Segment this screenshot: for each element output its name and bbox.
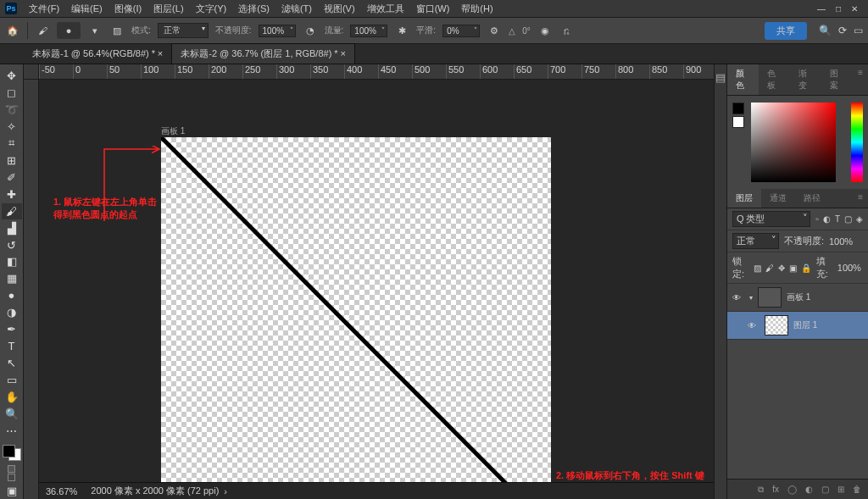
wand-tool[interactable]: ✧: [2, 119, 22, 135]
frame-tool[interactable]: ⊞: [2, 152, 22, 169]
lock-artboard-icon[interactable]: ▣: [789, 263, 797, 273]
canvas-area[interactable]: -500501001502002503003504004505005506006…: [24, 64, 714, 499]
blend-mode-dropdown[interactable]: 正常: [158, 23, 209, 38]
gradient-tool[interactable]: ▦: [2, 270, 22, 286]
chevron-down-icon[interactable]: ▾: [749, 294, 753, 302]
pen-tool[interactable]: ✒: [2, 321, 22, 337]
symmetry-icon[interactable]: ⎌: [559, 23, 575, 38]
history-icon[interactable]: ⟳: [838, 25, 847, 36]
doc-dimensions[interactable]: 2000 像素 x 2000 像素 (72 ppi): [91, 485, 219, 497]
flow-input[interactable]: 100%: [350, 25, 387, 37]
layer-opacity-input[interactable]: 100%: [829, 236, 863, 247]
menu-filter[interactable]: 滤镜(T): [276, 1, 317, 17]
menu-image[interactable]: 图像(I): [109, 1, 147, 17]
filter-smart-icon[interactable]: ◈: [856, 214, 863, 224]
group-icon[interactable]: ▢: [821, 485, 829, 494]
opacity-input[interactable]: 100%: [259, 25, 296, 37]
tab-swatches[interactable]: 色板: [759, 64, 790, 95]
lock-transparent-icon[interactable]: ▨: [754, 263, 761, 273]
share-button[interactable]: 共享: [765, 22, 807, 40]
visibility-icon[interactable]: 👁: [748, 321, 760, 330]
layer-filter-dropdown[interactable]: Q 类型: [732, 211, 810, 227]
panel-menu-icon[interactable]: ≡: [853, 189, 868, 208]
trash-icon[interactable]: 🗑: [853, 485, 861, 494]
close-icon[interactable]: ✕: [851, 4, 858, 14]
maximize-icon[interactable]: □: [836, 4, 841, 14]
crop-tool[interactable]: ⌗: [2, 136, 22, 152]
stamp-tool[interactable]: ▟: [2, 220, 22, 236]
filter-type-icon[interactable]: T: [835, 214, 840, 224]
path-tool[interactable]: ↖: [2, 355, 22, 371]
mask-icon[interactable]: ◯: [787, 485, 797, 494]
home-icon[interactable]: 🏠: [5, 23, 20, 38]
minimize-icon[interactable]: —: [817, 4, 826, 14]
pressure-opacity-icon[interactable]: ◔: [303, 23, 318, 38]
layer-artboard[interactable]: 👁 ▾ 画板 1: [727, 284, 868, 312]
menu-layer[interactable]: 图层(L): [148, 1, 188, 17]
heal-tool[interactable]: ✚: [2, 186, 22, 202]
edit-toolbar[interactable]: ⋯: [2, 423, 22, 439]
shape-tool[interactable]: ▭: [2, 372, 22, 388]
screen-mode[interactable]: ▣: [2, 483, 22, 499]
lock-pixels-icon[interactable]: 🖌: [765, 263, 774, 273]
brush-settings-icon[interactable]: ▾: [87, 23, 103, 38]
hue-slider[interactable]: [851, 103, 863, 182]
menu-edit[interactable]: 编辑(E): [66, 1, 108, 17]
tab-channels[interactable]: 通道: [761, 189, 795, 208]
brush-toggle-icon[interactable]: ▨: [109, 23, 125, 38]
link-icon[interactable]: ⧉: [758, 485, 764, 495]
hand-tool[interactable]: ✋: [2, 389, 22, 405]
visibility-icon[interactable]: 👁: [732, 293, 744, 302]
tab-color[interactable]: 颜色: [727, 64, 759, 95]
workspace-icon[interactable]: ▭: [854, 25, 863, 36]
menu-type[interactable]: 文字(Y): [191, 1, 232, 17]
layer-name[interactable]: 画板 1: [787, 291, 810, 303]
filter-adjust-icon[interactable]: ◐: [823, 214, 831, 224]
adjustment-icon[interactable]: ◐: [805, 485, 813, 494]
tab-layers[interactable]: 图层: [727, 189, 761, 208]
zoom-tool[interactable]: 🔍: [2, 406, 22, 422]
fill-input[interactable]: 100%: [837, 263, 863, 273]
menu-view[interactable]: 视图(V): [319, 1, 360, 17]
smooth-input[interactable]: 0%: [442, 25, 480, 37]
blur-tool[interactable]: ●: [2, 287, 22, 303]
search-icon[interactable]: 🔍: [819, 25, 832, 36]
tab-patterns[interactable]: 图案: [821, 64, 853, 95]
artboard[interactable]: [161, 137, 551, 499]
lock-all-icon[interactable]: 🔒: [801, 263, 811, 273]
tab-gradient[interactable]: 渐变: [790, 64, 821, 95]
angle-value[interactable]: 0°: [522, 26, 531, 36]
menu-help[interactable]: 帮助(H): [456, 1, 498, 17]
color-picker[interactable]: [751, 103, 836, 182]
marquee-tool[interactable]: ◻: [2, 85, 22, 101]
tab-paths[interactable]: 路径: [795, 189, 829, 208]
smooth-settings-icon[interactable]: ⚙: [487, 23, 502, 38]
tab-close-icon[interactable]: ×: [158, 48, 163, 58]
pressure-size-icon[interactable]: ◉: [537, 23, 553, 38]
doc-tab-2[interactable]: 未标题-2 @ 36.7% (图层 1, RGB/8#) * ×: [171, 43, 355, 64]
fg-bg-swatches[interactable]: [732, 103, 744, 128]
doc-tab-1[interactable]: 未标题-1 @ 56.4%(RGB/8#) * ×: [24, 44, 171, 64]
menu-plugins[interactable]: 增效工具: [362, 1, 409, 17]
dodge-tool[interactable]: ◑: [2, 304, 22, 320]
color-swatch[interactable]: [3, 445, 21, 461]
lasso-tool[interactable]: ➰: [2, 102, 22, 118]
artboard-label[interactable]: 画板 1: [161, 125, 185, 137]
history-brush-tool[interactable]: ↺: [2, 237, 22, 253]
airbrush-icon[interactable]: ✱: [394, 23, 409, 38]
layer-item[interactable]: 👁 图层 1: [727, 312, 868, 340]
menu-file[interactable]: 文件(F): [24, 1, 64, 17]
status-chevron-icon[interactable]: ›: [224, 486, 227, 496]
menu-window[interactable]: 窗口(W): [411, 1, 455, 17]
eraser-tool[interactable]: ◧: [2, 253, 22, 269]
zoom-level[interactable]: 36.67%: [46, 486, 77, 496]
quick-mask[interactable]: [7, 464, 16, 482]
type-tool[interactable]: T: [2, 338, 22, 354]
panel-icon[interactable]: ▤: [715, 71, 726, 84]
brush-preset-icon[interactable]: ●: [57, 22, 81, 39]
filter-shape-icon[interactable]: ▢: [844, 214, 852, 224]
menu-select[interactable]: 选择(S): [233, 1, 275, 17]
brush-tool-icon[interactable]: 🖌: [35, 23, 50, 38]
lock-position-icon[interactable]: ✥: [778, 263, 785, 273]
blend-mode-dropdown[interactable]: 正常: [732, 233, 779, 249]
